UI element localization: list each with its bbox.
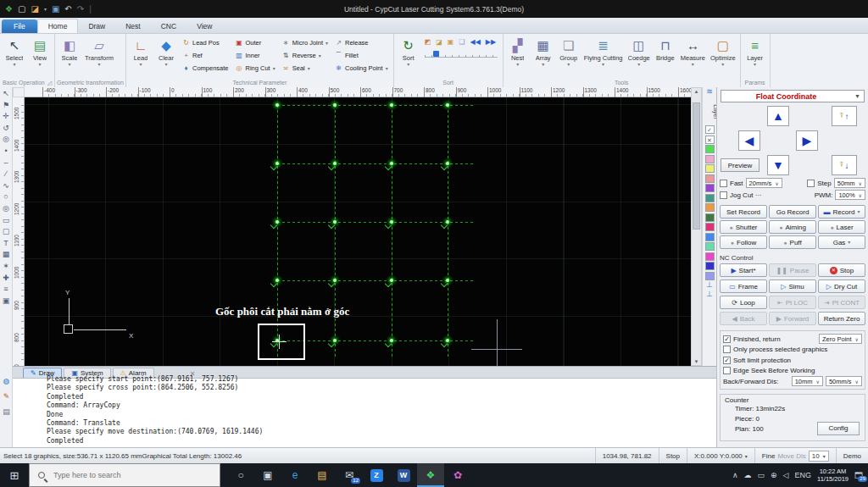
scale-button[interactable]: ◧Scale▾: [57, 35, 82, 78]
network-icon[interactable]: ⊕: [771, 471, 777, 479]
transform-button[interactable]: ▱Transform▾: [82, 35, 116, 78]
back-forward-speed-select[interactable]: 50mm/s∨: [826, 376, 862, 386]
tab-nest[interactable]: Nest: [115, 19, 150, 33]
background-icon[interactable]: ⊥: [706, 291, 713, 298]
sort-next-icon[interactable]: ▶▶: [486, 38, 496, 46]
bridge-button[interactable]: ⊓Bridge: [653, 35, 678, 78]
coedge-button[interactable]: ◫Coedge▾: [626, 35, 653, 78]
reverse-button[interactable]: ⇅Reverse ▾: [282, 50, 328, 61]
step-distance-select[interactable]: 50mm∨: [834, 178, 865, 188]
jog-right-button[interactable]: ▶: [796, 130, 818, 151]
layer-swatch-15[interactable]: [705, 262, 715, 270]
aiming-button[interactable]: ●Aiming: [769, 220, 816, 234]
sort-granularity-slider[interactable]: [425, 51, 498, 58]
fast-checkbox[interactable]: [720, 180, 727, 187]
lead-button[interactable]: ∟Lead▾: [128, 35, 153, 78]
circle-tool-icon[interactable]: ○: [3, 192, 8, 201]
layer-swatch-11[interactable]: [705, 223, 715, 231]
jog-down-button[interactable]: ▼: [767, 155, 789, 175]
layer-swatch-4[interactable]: [705, 155, 715, 163]
follow-button[interactable]: ●Follow: [720, 235, 767, 249]
micro-joint-button[interactable]: ∗Micro Joint ▾: [282, 37, 328, 48]
laser-button[interactable]: ●Laser: [818, 220, 865, 234]
edge-icon[interactable]: e: [281, 463, 309, 487]
layer-swatch-1[interactable]: ✓: [705, 125, 715, 134]
tab-cnc[interactable]: CNC: [151, 19, 186, 33]
machine-coordinates[interactable]: X:0.000 Y:0.000 ▾: [687, 448, 754, 463]
file-explorer-icon[interactable]: ▤: [309, 463, 336, 487]
optimize-button[interactable]: ▢Optimize▾: [708, 35, 738, 78]
soft-limit-checkbox[interactable]: ✓: [723, 357, 731, 364]
select-button[interactable]: ↖Select▾: [2, 35, 27, 78]
layer-swatch-13[interactable]: [705, 242, 715, 251]
back-forward-distance-select[interactable]: 10mm∨: [792, 376, 823, 386]
layer-swatch-8[interactable]: [705, 194, 715, 202]
simu-button[interactable]: ▷Simu: [769, 279, 816, 293]
grab-tool-icon[interactable]: ✛: [3, 112, 9, 120]
volume-icon[interactable]: ◁: [783, 471, 789, 479]
compensate-button[interactable]: ♦Compensate: [182, 63, 229, 74]
battery-icon[interactable]: ▭: [758, 471, 765, 479]
forward-button[interactable]: ▶Forward: [769, 312, 816, 325]
go-record-button[interactable]: Go Record: [769, 205, 816, 219]
sort-option-2-icon[interactable]: ◪: [436, 38, 442, 46]
language-indicator[interactable]: ENG: [795, 471, 812, 479]
mail-icon[interactable]: ✉12: [336, 463, 363, 487]
layer-swatch-14[interactable]: [705, 252, 715, 261]
fillet-button[interactable]: ⌒Fillet: [335, 50, 388, 61]
loop-button[interactable]: ⟳Loop: [720, 296, 767, 309]
nest-button[interactable]: ▞Nest▾: [505, 35, 531, 78]
preview-button[interactable]: Preview: [721, 158, 760, 172]
scroll-up-icon[interactable]: ▲: [694, 89, 699, 94]
fine-label[interactable]: Fine: [762, 452, 776, 460]
group-button[interactable]: ❏Group▾: [556, 35, 581, 78]
text-tool-icon[interactable]: T: [3, 239, 8, 247]
grid-tool-icon[interactable]: ▦: [3, 250, 10, 258]
ring-cut-button[interactable]: ◎Ring Cut ▾: [236, 63, 275, 74]
ellipse-tool-icon[interactable]: ◎: [3, 204, 9, 213]
canvas-vertical-scrollbar[interactable]: ▲ ▼: [691, 87, 702, 366]
rect-tool-icon[interactable]: ▭: [3, 216, 10, 224]
lead-pos-button[interactable]: ↻Lead Pos: [182, 37, 229, 48]
inner-button[interactable]: ▥Inner: [236, 50, 275, 61]
ref-button[interactable]: +Ref: [182, 50, 229, 61]
config-button[interactable]: Config: [817, 422, 860, 435]
tab-home[interactable]: Home: [37, 19, 79, 33]
zoom-tool-icon[interactable]: ◎: [3, 135, 9, 143]
globe-icon[interactable]: ◍: [3, 377, 10, 385]
layer-swatch-7[interactable]: [705, 184, 715, 192]
cypcut-icon[interactable]: ❖: [417, 463, 444, 487]
redo-icon[interactable]: ↷: [77, 5, 84, 14]
nozzle-up-button[interactable]: ⍒↑: [832, 106, 857, 126]
combine-tool-icon[interactable]: ≡: [3, 285, 8, 293]
stop-button[interactable]: ✕Stop: [818, 263, 865, 277]
task-view-icon[interactable]: ▣: [254, 463, 281, 487]
app-colorful-icon[interactable]: ✿: [444, 463, 471, 487]
command-log[interactable]: Please specify start point:(867.9161, 75…: [13, 375, 716, 445]
dash-tool-icon[interactable]: –: [3, 158, 8, 167]
point-tool-icon[interactable]: •: [4, 147, 7, 155]
tab-file[interactable]: File: [2, 19, 37, 33]
cooling-point-button[interactable]: ❄Cooling Point ▾: [335, 63, 388, 74]
document-icon[interactable]: ▤: [3, 407, 10, 416]
pt-cont-button[interactable]: ⇥Pt CONT: [818, 296, 865, 309]
jog-up-button[interactable]: ▲: [767, 106, 789, 126]
sort-option-3-icon[interactable]: ▣: [448, 38, 454, 46]
gas-button[interactable]: Gas▾: [818, 235, 865, 249]
new-file-icon[interactable]: ▢: [18, 5, 25, 14]
onedrive-icon[interactable]: ☁: [744, 471, 752, 479]
dry-cut-button[interactable]: ▷Dry Cut: [818, 279, 865, 293]
back-button[interactable]: ◀Back: [720, 312, 767, 325]
tab-draw[interactable]: Draw: [78, 19, 115, 33]
only-selected-checkbox[interactable]: [723, 346, 731, 353]
search-input[interactable]: [52, 470, 196, 480]
layer-swatch-2[interactable]: ✕: [705, 136, 715, 144]
word-icon[interactable]: W: [390, 463, 417, 487]
pwm-select[interactable]: 100%∨: [835, 190, 865, 200]
select-tool-icon[interactable]: ↖: [3, 89, 9, 97]
clear-button[interactable]: ◆Clear▾: [153, 35, 179, 78]
layer-button[interactable]: ≡Layer▾: [743, 35, 768, 78]
tab-view[interactable]: View: [186, 19, 222, 33]
cross-tool-icon[interactable]: ✚: [3, 274, 9, 282]
taskbar-search[interactable]: [29, 463, 220, 487]
